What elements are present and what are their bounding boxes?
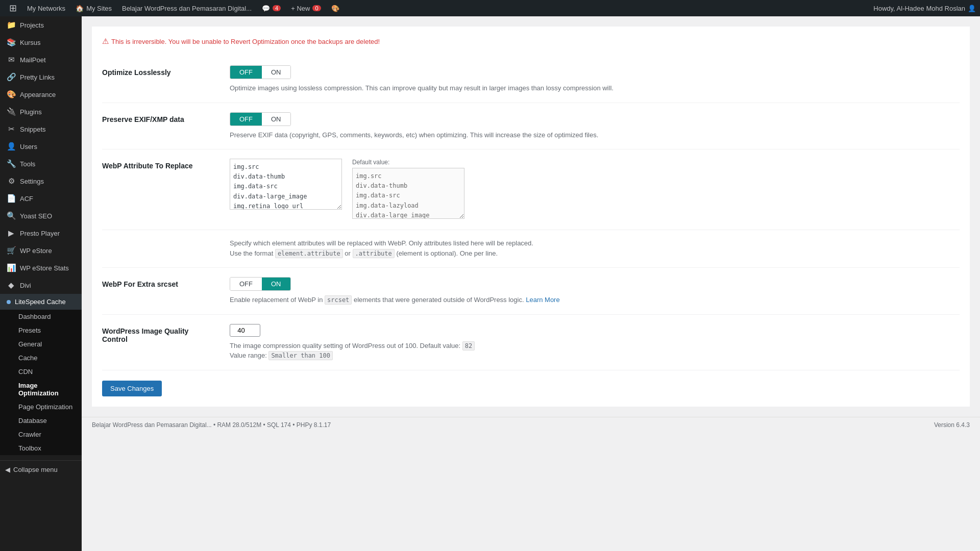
alert-icon: ⚠ bbox=[102, 37, 109, 46]
site-name-button[interactable]: Belajar WordPress dan Pemasaran Digital.… bbox=[117, 0, 257, 16]
submenu-page-optimization[interactable]: Page Optimization bbox=[0, 400, 82, 414]
webp-srcset-off[interactable]: OFF bbox=[230, 278, 262, 290]
webp-format1: element.attribute bbox=[275, 249, 343, 258]
site-name-label: Belajar WordPress dan Pemasaran Digital.… bbox=[122, 5, 252, 12]
howdy-text: Howdy, Al-Hadee Mohd Roslan bbox=[873, 5, 965, 12]
save-changes-button[interactable]: Save Changes bbox=[102, 381, 162, 396]
sidebar-item-projects[interactable]: 📁 Projects bbox=[0, 16, 82, 34]
customize-button[interactable]: 🎨 bbox=[326, 0, 345, 16]
new-button[interactable]: + New 0 bbox=[286, 0, 326, 16]
image-quality-desc: The image compression quality setting of… bbox=[230, 341, 960, 361]
optimize-losslessly-label: Optimize Losslessly bbox=[102, 65, 214, 77]
my-sites-button[interactable]: 🏠 My Sites bbox=[70, 0, 117, 16]
sidebar-item-acf[interactable]: 📄 ACF bbox=[0, 190, 82, 207]
kursus-icon: 📚 bbox=[7, 38, 16, 47]
sidebar-item-mailpoet[interactable]: ✉ MailPoet bbox=[0, 51, 82, 68]
sidebar-label-plugins: Plugins bbox=[20, 108, 42, 116]
my-networks-button[interactable]: My Networks bbox=[22, 0, 70, 16]
optimize-losslessly-off[interactable]: OFF bbox=[230, 66, 262, 79]
webp-default-textarea[interactable] bbox=[352, 168, 464, 219]
sidebar-item-kursus[interactable]: 📚 Kursus bbox=[0, 34, 82, 51]
sidebar-item-divi[interactable]: ◆ Divi bbox=[0, 277, 82, 294]
submenu-presets[interactable]: Presets bbox=[0, 323, 82, 337]
irreversible-alert: ⚠ This is irreversible. You will be unab… bbox=[102, 37, 960, 46]
sidebar-item-tools[interactable]: 🔧 Tools bbox=[0, 155, 82, 172]
comments-button[interactable]: 💬 4 bbox=[257, 0, 286, 16]
adminbar-right: Howdy, Al-Hadee Mohd Roslan 👤 bbox=[873, 5, 976, 12]
webp-attribute-textarea[interactable] bbox=[230, 159, 342, 210]
projects-icon: 📁 bbox=[7, 20, 16, 30]
sidebar-item-plugins[interactable]: 🔌 Plugins bbox=[0, 103, 82, 120]
comments-badge: 4 bbox=[273, 5, 281, 11]
learn-more-link[interactable]: Learn More bbox=[526, 296, 559, 304]
optimize-losslessly-toggle[interactable]: OFF ON bbox=[230, 65, 291, 79]
sidebar-label-mailpoet: MailPoet bbox=[20, 56, 46, 64]
sidebar-label-acf: ACF bbox=[20, 195, 33, 203]
sidebar-label-wpestore-stats: WP eStore Stats bbox=[20, 264, 69, 272]
webp-desc2: Use the format bbox=[230, 249, 273, 257]
image-quality-input[interactable] bbox=[230, 324, 260, 337]
sidebar-label-pretty-links: Pretty Links bbox=[20, 73, 55, 81]
submenu-database[interactable]: Database bbox=[0, 414, 82, 428]
new-label: + New bbox=[291, 5, 310, 12]
footer-right: Version 6.4.3 bbox=[934, 421, 970, 429]
sidebar-label-presto: Presto Player bbox=[20, 230, 60, 237]
default-val-code: 82 bbox=[462, 341, 475, 350]
webp-srcset-toggle[interactable]: OFF ON bbox=[230, 277, 291, 291]
litespeed-submenu: Dashboard Presets General Cache CDN Imag… bbox=[0, 310, 82, 455]
sidebar-label-projects: Projects bbox=[20, 21, 44, 29]
sidebar-item-wpestore-stats[interactable]: 📊 WP eStore Stats bbox=[0, 259, 82, 277]
preserve-exif-toggle[interactable]: OFF ON bbox=[230, 112, 291, 126]
submenu-general[interactable]: General bbox=[0, 337, 82, 351]
sidebar-item-snippets[interactable]: ✂ Snippets bbox=[0, 120, 82, 138]
submenu-cdn[interactable]: CDN bbox=[0, 365, 82, 379]
snippets-icon: ✂ bbox=[7, 124, 16, 134]
webp-attribute-label: WebP Attribute To Replace bbox=[102, 159, 214, 170]
alert-text: This is irreversible. You will be unable… bbox=[111, 38, 380, 45]
sidebar-item-wpestore[interactable]: 🛒 WP eStore bbox=[0, 242, 82, 259]
webp-desc4: (element is optional). One per line. bbox=[396, 249, 498, 257]
comment-icon: 💬 bbox=[262, 5, 270, 12]
submenu-image-optimization[interactable]: Image Optimization bbox=[0, 379, 82, 400]
sidebar-item-yoast[interactable]: 🔍 Yoast SEO bbox=[0, 207, 82, 224]
sidebar-label-users: Users bbox=[20, 143, 37, 151]
sidebar-item-users[interactable]: 👤 Users bbox=[0, 138, 82, 155]
submenu-dashboard[interactable]: Dashboard bbox=[0, 310, 82, 323]
user-avatar: 👤 bbox=[968, 5, 976, 12]
optimize-losslessly-desc: Optimize images using lossless compressi… bbox=[230, 83, 960, 93]
sidebar-label-kursus: Kursus bbox=[20, 39, 40, 46]
range-code: Smaller than 100 bbox=[268, 351, 333, 360]
my-sites-icon: 🏠 bbox=[76, 5, 84, 12]
preserve-exif-off[interactable]: OFF bbox=[230, 113, 262, 126]
customize-icon: 🎨 bbox=[331, 5, 339, 12]
sidebar-label-litespeed: LiteSpeed Cache bbox=[15, 298, 66, 306]
webp-srcset-on[interactable]: ON bbox=[262, 278, 290, 290]
sidebar-label-appearance: Appearance bbox=[20, 91, 56, 98]
sidebar-item-presto-player[interactable]: ▶ Presto Player bbox=[0, 224, 82, 242]
submenu-toolbox[interactable]: Toolbox bbox=[0, 441, 82, 455]
sidebar-item-litespeed[interactable]: LiteSpeed Cache bbox=[0, 294, 82, 310]
webp-desc3: or bbox=[345, 249, 351, 257]
preserve-exif-on[interactable]: ON bbox=[262, 113, 290, 126]
webp-format2: .attribute bbox=[353, 249, 395, 258]
collapse-label: Collapse menu bbox=[13, 466, 58, 473]
sidebar-item-settings[interactable]: ⚙ Settings bbox=[0, 172, 82, 190]
webp-textarea-container bbox=[230, 159, 342, 211]
wp-logo-button[interactable]: ⊞ bbox=[4, 0, 22, 16]
sidebar-label-settings: Settings bbox=[20, 178, 44, 185]
main-content: ⚠ This is irreversible. You will be unab… bbox=[82, 16, 980, 551]
default-value-label: Default value: bbox=[352, 159, 464, 166]
admin-menu: 📁 Projects 📚 Kursus ✉ MailPoet 🔗 Pretty … bbox=[0, 16, 82, 551]
submenu-crawler[interactable]: Crawler bbox=[0, 428, 82, 441]
my-sites-label: My Sites bbox=[86, 5, 112, 12]
optimize-losslessly-on[interactable]: ON bbox=[262, 66, 290, 79]
footer-left: Belajar WordPress dan Pemasaran Digital.… bbox=[92, 421, 331, 429]
image-quality-label: WordPress Image Quality Control bbox=[102, 324, 214, 343]
sidebar-item-pretty-links[interactable]: 🔗 Pretty Links bbox=[0, 68, 82, 86]
collapse-menu-button[interactable]: ◀ Collapse menu bbox=[0, 460, 82, 479]
sidebar-label-divi: Divi bbox=[20, 282, 31, 289]
sidebar-item-appearance[interactable]: 🎨 Appearance bbox=[0, 86, 82, 103]
submenu-cache[interactable]: Cache bbox=[0, 351, 82, 365]
preserve-exif-label: Preserve EXIF/XMP data bbox=[102, 112, 214, 123]
optimize-losslessly-row: Optimize Losslessly OFF ON Optimize imag… bbox=[102, 56, 960, 103]
